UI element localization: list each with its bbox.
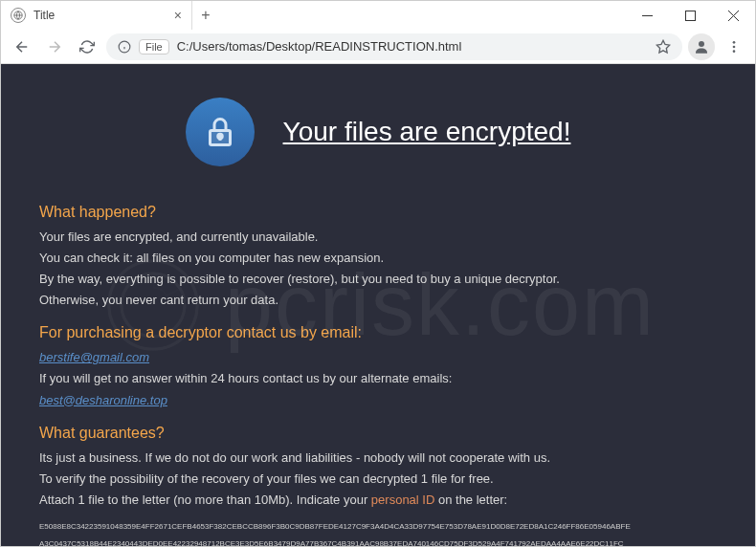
- forward-button[interactable]: [41, 33, 68, 60]
- body-text: Your files are encrypted, and currently …: [39, 227, 717, 311]
- toolbar: File C:/Users/tomas/Desktop/READINSTRUCT…: [1, 30, 755, 64]
- lock-icon: [186, 98, 255, 166]
- svg-point-12: [733, 50, 736, 53]
- browser-tab[interactable]: Title ×: [1, 1, 192, 30]
- close-button[interactable]: [712, 1, 755, 30]
- globe-icon: [11, 8, 26, 23]
- addressbar[interactable]: File C:/Users/tomas/Desktop/READINSTRUCT…: [106, 33, 682, 60]
- heading-guarantees: What guarantees?: [39, 425, 717, 442]
- hex-id-block: E5088E8C34223591048359E4FF2671CEFB4653F3…: [39, 518, 717, 546]
- tab-close-icon[interactable]: ×: [174, 8, 182, 23]
- browser-window: Title × + File C:/Users/tomas/Desktop/RE…: [0, 0, 756, 547]
- bookmark-star-icon[interactable]: [656, 39, 671, 55]
- svg-rect-2: [686, 11, 696, 20]
- svg-point-11: [733, 45, 736, 48]
- url-text: C:/Users/tomas/Desktop/READINSTRUCTION.h…: [177, 39, 648, 54]
- hero-title: Your files are encrypted!: [283, 117, 571, 147]
- info-icon: [118, 40, 131, 54]
- email-link-secondary[interactable]: best@desharonline.top: [39, 393, 167, 407]
- svg-point-9: [699, 41, 704, 47]
- email-link-primary[interactable]: berstife@gmail.com: [39, 350, 149, 364]
- new-tab-button[interactable]: +: [192, 1, 219, 30]
- personal-id-label: personal ID: [371, 492, 434, 507]
- back-button[interactable]: [9, 33, 35, 60]
- tab-title: Title: [33, 9, 167, 22]
- profile-button[interactable]: [688, 33, 715, 60]
- reload-button[interactable]: [74, 33, 100, 60]
- hero: Your files are encrypted!: [39, 83, 717, 190]
- heading-what-happened: What happened?: [39, 204, 717, 221]
- page-content: pcrisk.com Your files are encrypted! Wha…: [1, 64, 755, 546]
- minimize-button[interactable]: [626, 1, 669, 30]
- svg-marker-8: [656, 40, 669, 53]
- file-badge: File: [139, 39, 169, 55]
- maximize-button[interactable]: [669, 1, 712, 30]
- heading-contact: For purchasing a decryptor contact us by…: [39, 324, 717, 341]
- svg-point-10: [733, 41, 736, 44]
- titlebar: Title × +: [1, 1, 755, 30]
- menu-button[interactable]: [721, 33, 747, 60]
- window-controls: [626, 1, 755, 30]
